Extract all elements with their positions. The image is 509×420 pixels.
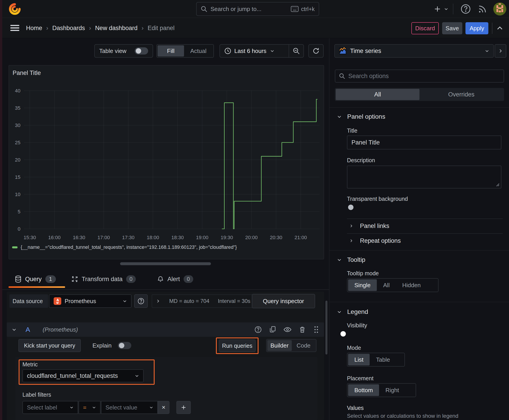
breadcrumb-new-dashboard[interactable]: New dashboard [95, 25, 137, 32]
legend-placement-right[interactable]: Right [379, 384, 405, 396]
query-options-bar[interactable]: MD = auto = 704 Interval = 30s [152, 294, 257, 308]
global-search[interactable]: Search or jump to... ctrl+k [196, 2, 319, 16]
table-view-control: Table view [94, 44, 153, 58]
chevron-down-icon [270, 49, 274, 53]
panel-links-collapse[interactable]: Panel links [349, 222, 389, 230]
label-filter-value-select[interactable]: Select value [101, 401, 158, 414]
svg-text:25: 25 [15, 140, 20, 145]
time-range-group: Last 6 hours [220, 44, 304, 58]
time-range-picker[interactable]: Last 6 hours [220, 45, 289, 57]
field-divider [347, 218, 503, 219]
tab-transform-count: 0 [126, 275, 136, 283]
chart-panel: Panel Title 051015202530354015:3016:0016… [8, 65, 324, 259]
label-filter-label-select[interactable]: Select label [23, 401, 78, 414]
legend-swatch [12, 246, 17, 248]
tooltip-mode-hidden[interactable]: Hidden [396, 279, 427, 291]
remove-filter-button[interactable]: × [158, 401, 169, 414]
save-button[interactable]: Save [442, 22, 462, 34]
query-ref-id[interactable]: A [26, 326, 30, 333]
tab-alert[interactable]: Alert 0 [157, 272, 193, 286]
description-textarea[interactable] [347, 165, 501, 188]
toggle-viz-picker-button[interactable] [495, 44, 506, 58]
breadcrumb-home[interactable]: Home [26, 25, 42, 32]
run-queries-button[interactable]: Run queries [219, 339, 256, 352]
chevron-down-icon[interactable] [12, 327, 17, 332]
refresh-button[interactable] [308, 44, 324, 58]
scrollbar-thumb[interactable] [326, 301, 327, 354]
discard-button[interactable]: Discard [411, 22, 439, 34]
query-datasource-hint: (Prometheus) [43, 326, 78, 333]
delete-query-trash-icon[interactable] [299, 326, 306, 333]
options-search-input[interactable]: Search options [335, 69, 504, 82]
apply-button[interactable]: Apply [465, 22, 488, 34]
tab-transform[interactable]: Transform data 0 [71, 272, 136, 286]
actual-option[interactable]: Actual [184, 45, 213, 57]
legend-series-label[interactable]: {__name__="cloudflared_tunnel_total_requ… [21, 245, 237, 250]
label-filter-operator-select[interactable]: = [79, 401, 100, 414]
user-avatar[interactable] [493, 2, 506, 15]
hamburger-menu-icon[interactable] [10, 23, 20, 32]
panel-resize-handle[interactable] [120, 262, 211, 265]
tooltip-mode-all[interactable]: All [377, 279, 396, 291]
chart-legend[interactable]: {__name__="cloudflared_tunnel_total_requ… [12, 243, 237, 252]
builder-option[interactable]: Builder [267, 340, 292, 351]
search-icon [201, 6, 207, 12]
window-edge [0, 0, 2, 420]
table-view-toggle[interactable] [135, 47, 148, 54]
legend-placement-bottom[interactable]: Bottom [348, 384, 379, 396]
transparent-bg-label: Transparent background [347, 196, 408, 202]
legend-section-header[interactable]: Legend [337, 307, 368, 316]
help-icon[interactable] [461, 4, 471, 14]
options-filter-tabs: All Overrides [335, 88, 504, 101]
kick-start-query-button[interactable]: Kick start your query [18, 339, 81, 352]
tooltip-section-header[interactable]: Tooltip [337, 255, 365, 264]
filter-tab-all[interactable]: All [336, 89, 419, 100]
datasource-label-chip: Data source [9, 294, 48, 308]
metric-select[interactable]: cloudflared_tunnel_total_requests [23, 369, 144, 382]
svg-text:19:30: 19:30 [220, 235, 233, 240]
chevron-down-icon [135, 374, 139, 378]
fill-actual-segment: Fill Actual [156, 44, 214, 58]
explain-toggle[interactable] [118, 342, 131, 349]
svg-text:18:30: 18:30 [171, 235, 184, 240]
fill-option[interactable]: Fill [158, 45, 184, 57]
tooltip-mode-label: Tooltip mode [347, 270, 379, 277]
query-row-header[interactable]: A (Prometheus) [7, 322, 324, 337]
duplicate-query-icon[interactable] [269, 326, 276, 333]
operator-value: = [83, 404, 92, 411]
chevron-down-icon [337, 309, 342, 314]
tab-query[interactable]: Query 1 [15, 272, 56, 286]
tooltip-mode-single[interactable]: Single [348, 279, 377, 291]
visualization-picker[interactable]: Time series [334, 44, 494, 58]
panel-options-header[interactable]: Panel options [337, 112, 385, 121]
query-help-icon[interactable] [255, 326, 262, 333]
time-series-chart[interactable]: 051015202530354015:3016:0016:3017:0017:3… [9, 66, 324, 243]
repeat-options-collapse[interactable]: Repeat options [349, 236, 401, 245]
news-rss-icon[interactable] [478, 5, 487, 14]
legend-mode-list[interactable]: List [348, 354, 370, 366]
code-option[interactable]: Code [292, 340, 315, 351]
svg-text:21:00: 21:00 [295, 235, 307, 240]
breadcrumb-dashboards[interactable]: Dashboards [52, 25, 85, 32]
svg-text:16:30: 16:30 [73, 235, 85, 240]
grafana-logo-icon[interactable] [8, 3, 21, 15]
drag-handle-icon[interactable] [313, 326, 319, 333]
filter-tab-overrides[interactable]: Overrides [419, 89, 503, 100]
hide-query-eye-icon[interactable] [284, 326, 291, 333]
collapse-panel-chevron-up-icon[interactable] [496, 24, 504, 32]
datasource-picker[interactable]: Prometheus [49, 294, 131, 308]
title-field-label: Title [347, 128, 357, 134]
explain-control: Explain [92, 339, 131, 352]
panel-title-input[interactable]: Panel Title [347, 135, 501, 150]
datasource-help-button[interactable] [134, 294, 148, 308]
resize-corner-icon[interactable] [495, 183, 500, 187]
field-divider [347, 233, 503, 234]
builder-code-segment: Builder Code [266, 339, 316, 352]
search-shortcut: ctrl+k [301, 6, 315, 12]
new-menu-button[interactable] [433, 4, 448, 14]
description-field-label: Description [347, 157, 375, 164]
add-filter-button[interactable] [176, 401, 191, 414]
legend-mode-table[interactable]: Table [370, 354, 396, 366]
zoom-out-icon[interactable] [289, 45, 304, 57]
query-inspector-button[interactable]: Query inspector [252, 294, 315, 308]
